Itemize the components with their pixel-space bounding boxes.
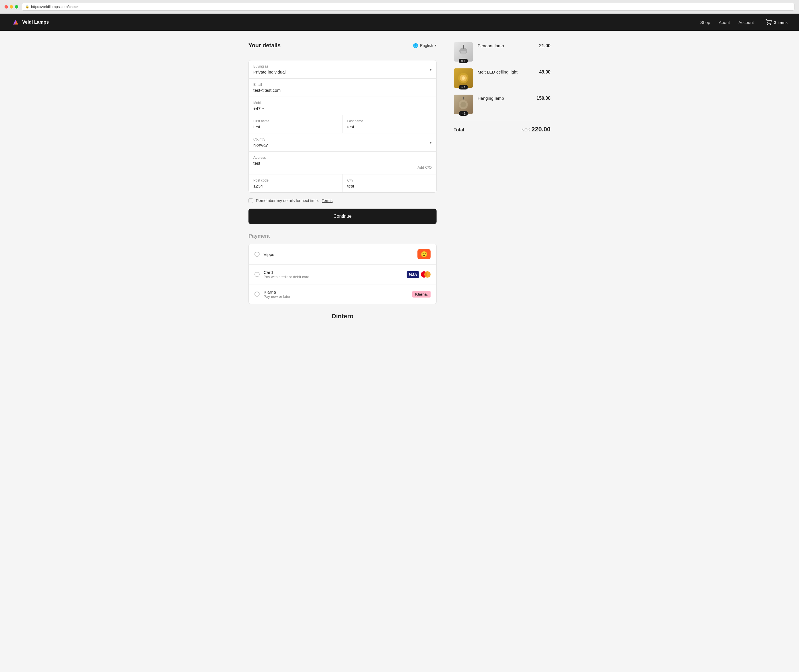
hanging-svg — [458, 97, 469, 112]
postcode-city-row: Post code 1234 City test — [249, 174, 436, 192]
country-field[interactable]: Country Norway ▾ — [249, 133, 436, 152]
pendant-name: Pendant lamp — [478, 43, 535, 48]
pendant-image-wrap: × 1 — [454, 42, 473, 62]
mobile-label: Mobile — [253, 101, 432, 105]
url-bar[interactable]: 🔒 https://veldilamps.com/checkout — [22, 3, 794, 11]
country-label: Country — [253, 138, 432, 141]
buying-as-label: Buying as — [253, 64, 432, 69]
buying-as-chevron-icon: ▾ — [430, 67, 432, 72]
logo-icon — [11, 18, 19, 26]
vipps-logo: 🙂 — [417, 249, 431, 259]
melt-price: 49.00 — [539, 69, 551, 75]
city-label: City — [347, 178, 432, 182]
maximize-dot[interactable] — [15, 5, 18, 8]
mc-right-circle — [424, 271, 431, 278]
card-sub: Pay with credit or debit card — [264, 275, 403, 279]
order-item-melt: × 1 Melt LED ceiling light 49.00 — [454, 69, 551, 88]
post-code-value: 1234 — [253, 184, 338, 188]
last-name-field[interactable]: Last name test — [343, 115, 436, 133]
mobile-value: +47 — [253, 106, 260, 111]
klarna-label-group: Klarna Pay now or later — [264, 290, 408, 299]
page-title: Your details — [248, 42, 281, 49]
country-chevron-icon: ▾ — [430, 140, 432, 145]
minimize-dot[interactable] — [10, 5, 13, 8]
language-label: English — [420, 43, 433, 48]
melt-svg — [456, 71, 470, 85]
svg-point-9 — [462, 76, 465, 80]
last-name-value: test — [347, 124, 432, 129]
city-field[interactable]: City test — [343, 174, 436, 192]
svg-marker-6 — [460, 51, 466, 57]
cart-items-label: 3 items — [774, 20, 788, 25]
language-selector[interactable]: 🌐 English ▾ — [413, 43, 436, 48]
visa-logo: VISA — [407, 271, 419, 278]
remember-checkbox[interactable] — [248, 198, 253, 203]
payment-title: Payment — [248, 233, 436, 239]
order-item-hanging: × 1 Hanging lamp 150.00 — [454, 94, 551, 114]
nav-account[interactable]: Account — [738, 20, 754, 25]
klarna-logo: Klarna. — [412, 291, 431, 298]
vipps-name: Vipps — [264, 252, 414, 257]
pendant-details: Pendant lamp — [478, 42, 535, 48]
payment-option-vipps[interactable]: Vipps 🙂 — [249, 244, 436, 265]
svg-point-3 — [770, 24, 771, 25]
melt-name: Melt LED ceiling light — [478, 70, 535, 74]
email-label: Email — [253, 83, 432, 86]
details-form-card: Buying as Private individual ▾ Email tes… — [248, 60, 436, 193]
total-currency: NOK — [521, 128, 530, 132]
dintero-footer: Dintero — [248, 313, 436, 320]
hanging-qty: × 1 — [459, 111, 468, 116]
nav-about[interactable]: About — [719, 20, 730, 25]
vipps-radio[interactable] — [254, 252, 260, 257]
pendant-svg — [458, 45, 469, 59]
url-text: https://veldilamps.com/checkout — [31, 5, 83, 9]
mobile-chevron-icon: ▾ — [262, 106, 264, 110]
close-dot[interactable] — [5, 5, 8, 8]
card-logo-area: VISA — [407, 271, 431, 278]
address-label: Address — [253, 155, 432, 160]
site-logo[interactable]: Veldi Lamps — [11, 18, 49, 26]
klarna-radio[interactable] — [254, 291, 260, 297]
melt-details: Melt LED ceiling light — [478, 69, 535, 74]
klarna-sub: Pay now or later — [264, 294, 408, 299]
post-code-field[interactable]: Post code 1234 — [249, 174, 343, 192]
mobile-field[interactable]: Mobile +47 ▾ — [249, 97, 436, 115]
payment-option-klarna[interactable]: Klarna Pay now or later Klarna. — [249, 285, 436, 304]
first-name-field[interactable]: First name test — [249, 115, 343, 133]
lock-icon: 🔒 — [26, 5, 29, 8]
pendant-qty: × 1 — [459, 59, 468, 63]
site-header: Veldi Lamps Shop About Account 3 items — [0, 14, 799, 31]
svg-point-12 — [460, 102, 466, 107]
buying-as-field[interactable]: Buying as Private individual ▾ — [249, 61, 436, 78]
melt-qty: × 1 — [459, 85, 468, 90]
cart-icon — [765, 19, 772, 26]
cart-area[interactable]: 3 items — [765, 19, 788, 26]
payment-option-card[interactable]: Card Pay with credit or debit card VISA — [249, 265, 436, 285]
continue-button[interactable]: Continue — [248, 209, 436, 224]
main-content: Your details 🌐 English ▾ Buying as Priva… — [243, 42, 556, 320]
order-divider — [454, 121, 551, 121]
email-value: test@test.com — [253, 88, 432, 93]
terms-link[interactable]: Terms — [322, 198, 332, 203]
name-row: First name test Last name test — [249, 115, 436, 133]
email-field[interactable]: Email test@test.com — [249, 78, 436, 97]
address-value: test — [253, 161, 432, 166]
last-name-label: Last name — [347, 119, 432, 123]
card-radio[interactable] — [254, 272, 260, 277]
hanging-name: Hanging lamp — [478, 96, 532, 101]
nav-shop[interactable]: Shop — [700, 20, 710, 25]
svg-point-2 — [767, 24, 768, 25]
hanging-image-wrap: × 1 — [454, 94, 473, 114]
logo-text: Veldi Lamps — [22, 20, 49, 25]
city-value: test — [347, 184, 432, 188]
buying-as-value: Private individual — [253, 70, 432, 74]
address-field[interactable]: Address test Add C/O — [249, 152, 436, 174]
language-chevron-icon: ▾ — [435, 43, 436, 47]
klarna-name: Klarna — [264, 290, 408, 294]
first-name-label: First name — [253, 119, 338, 123]
melt-image-wrap: × 1 — [454, 69, 473, 88]
total-row: Total NOK220.00 — [454, 126, 551, 133]
order-summary: × 1 Pendant lamp 21.00 × 1 Melt L — [454, 42, 551, 320]
remember-row: Remember my details for next time. Terms — [248, 198, 436, 203]
add-co-link[interactable]: Add C/O — [417, 165, 432, 170]
